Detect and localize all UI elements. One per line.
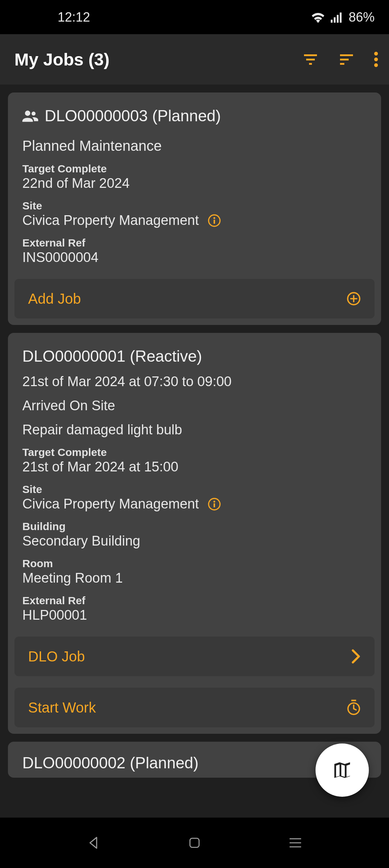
button-label: Add Job: [28, 291, 81, 307]
svg-rect-3: [340, 12, 341, 22]
status-time: 12:12: [58, 10, 90, 25]
button-label: DLO Job: [28, 648, 85, 665]
dlo-job-button[interactable]: DLO Job: [14, 637, 375, 676]
timer-icon: [346, 700, 361, 715]
field-label: Building: [22, 520, 367, 533]
field-room: Room Meeting Room 1: [22, 557, 367, 586]
job-timerange: 21st of Mar 2024 at 07:30 to 09:00: [22, 374, 367, 389]
svg-point-5: [374, 58, 378, 61]
info-icon[interactable]: [207, 214, 221, 227]
plus-circle-icon: [346, 291, 361, 306]
wifi-icon: [311, 12, 325, 23]
field-site: Site Civica Property Management: [22, 200, 367, 228]
nav-home-icon[interactable]: [188, 836, 201, 850]
job-title: DLO00000003 (Planned): [45, 107, 221, 125]
svg-point-8: [32, 112, 36, 116]
add-job-button[interactable]: Add Job: [14, 279, 375, 318]
map-fab[interactable]: [316, 743, 369, 797]
field-value: 21st of Mar 2024 at 15:00: [22, 459, 367, 475]
field-site: Site Civica Property Management: [22, 483, 367, 512]
field-target: Target Complete 22nd of Mar 2024: [22, 163, 367, 191]
svg-rect-15: [214, 503, 215, 507]
sort-icon[interactable]: [337, 51, 356, 68]
svg-rect-2: [337, 15, 339, 23]
field-label: Target Complete: [22, 446, 367, 458]
field-label: Site: [22, 483, 367, 496]
map-icon: [332, 760, 353, 781]
field-label: External Ref: [22, 237, 367, 249]
status-right: 86%: [311, 10, 375, 25]
svg-point-7: [25, 110, 30, 116]
field-label: Room: [22, 557, 367, 570]
svg-rect-11: [214, 220, 215, 223]
system-nav-bar: [0, 818, 389, 868]
status-bar: 12:12 86%: [0, 0, 389, 34]
nav-recent-icon[interactable]: [288, 837, 303, 849]
info-icon[interactable]: [207, 497, 221, 511]
page-title: My Jobs (3): [14, 50, 302, 69]
field-value: Meeting Room 1: [22, 570, 367, 586]
job-list: DLO00000003 (Planned) Planned Maintenanc…: [0, 85, 389, 818]
svg-rect-1: [334, 17, 336, 23]
field-label: External Ref: [22, 595, 367, 607]
job-title: DLO00000002 (Planned): [22, 754, 198, 772]
field-value: Secondary Building: [22, 533, 367, 549]
job-card[interactable]: DLO00000001 (Reactive) 21st of Mar 2024 …: [8, 333, 381, 734]
field-building: Building Secondary Building: [22, 520, 367, 549]
start-work-button[interactable]: Start Work: [14, 688, 375, 727]
app-bar-actions: [302, 51, 378, 68]
job-description: Repair damaged light bulb: [22, 422, 367, 438]
field-label: Site: [22, 200, 367, 212]
svg-point-6: [374, 63, 378, 67]
app-frame: My Jobs (3) DLO00000003 (Planned) Planne…: [0, 34, 389, 818]
svg-rect-0: [331, 19, 332, 22]
signal-icon: [331, 12, 343, 23]
job-description: Planned Maintenance: [22, 138, 367, 154]
filter-icon[interactable]: [302, 51, 319, 68]
field-value: INS0000004: [22, 250, 367, 265]
field-value: Civica Property Management: [22, 213, 199, 228]
svg-point-10: [213, 217, 215, 219]
field-extref: External Ref HLP00001: [22, 595, 367, 623]
status-battery: 86%: [349, 10, 375, 25]
job-status: Arrived On Site: [22, 398, 367, 413]
field-value: 22nd of Mar 2024: [22, 176, 367, 191]
more-vert-icon[interactable]: [374, 51, 378, 68]
job-title: DLO00000001 (Reactive): [22, 347, 367, 365]
button-label: Start Work: [28, 700, 96, 716]
field-target: Target Complete 21st of Mar 2024 at 15:0…: [22, 446, 367, 475]
nav-back-icon[interactable]: [86, 836, 101, 850]
people-icon: [22, 110, 38, 122]
app-bar: My Jobs (3): [0, 34, 389, 85]
field-value: Civica Property Management: [22, 496, 199, 512]
chevron-right-icon: [351, 649, 361, 664]
job-card[interactable]: DLO00000003 (Planned) Planned Maintenanc…: [8, 92, 381, 325]
field-label: Target Complete: [22, 163, 367, 175]
svg-point-14: [213, 501, 215, 502]
field-value: HLP00001: [22, 607, 367, 623]
job-title-row: DLO00000003 (Planned): [22, 107, 367, 125]
svg-rect-16: [351, 700, 356, 701]
field-extref: External Ref INS0000004: [22, 237, 367, 265]
svg-point-4: [374, 52, 378, 55]
svg-rect-18: [190, 838, 199, 847]
